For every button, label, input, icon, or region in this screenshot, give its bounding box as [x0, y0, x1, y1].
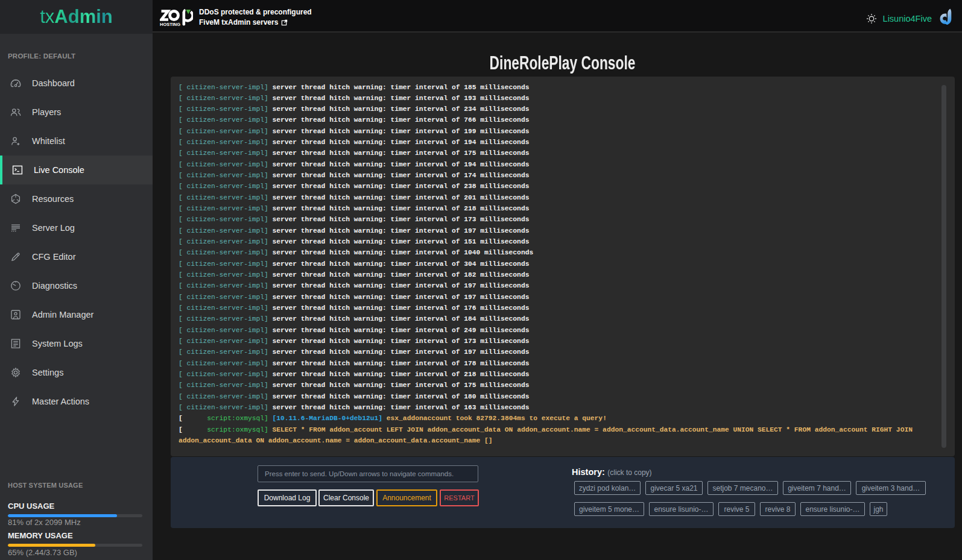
svg-text:HOSTING: HOSTING	[160, 22, 180, 27]
